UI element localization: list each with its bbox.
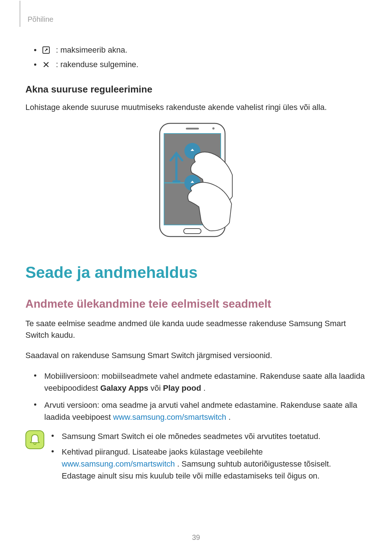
header-rule [20, 1, 20, 27]
note-bell-icon [25, 430, 44, 449]
link-smartswitch[interactable]: www.samsung.com/smartswitch [113, 413, 226, 422]
text-run: . [203, 383, 205, 393]
body-paragraph: Te saate eelmise seadme andmed üle kanda… [25, 318, 367, 341]
list-item: Arvuti versioon: oma seadme ja arvuti va… [34, 399, 367, 423]
icon-bullet-text: : rakenduse sulgemine. [56, 60, 138, 69]
maximize-icon [41, 45, 51, 55]
running-head-text: Põhiline [28, 15, 53, 23]
link-smartswitch[interactable]: www.samsung.com/smartswitch [62, 459, 175, 468]
phone-illustration [25, 122, 367, 238]
subsection-heading: Akna suuruse reguleerimine [25, 84, 367, 95]
note-list: Samsung Smart Switch ei ole mõnedes sead… [52, 430, 367, 485]
bullet-dot [34, 49, 36, 51]
body-paragraph: Saadaval on rakenduse Samsung Smart Swit… [25, 350, 367, 361]
body-paragraph: Lohistage akende suuruse muutmiseks rake… [25, 102, 367, 113]
svg-point-3 [212, 127, 215, 130]
list-item: Mobiiliversioon: mobiilseadmete vahel an… [34, 370, 367, 394]
text-run: Samsung Smart Switch ei ole mõnedes sead… [62, 432, 320, 441]
page-number: 39 [0, 533, 392, 542]
subsection-title: Andmete ülekandmine teie eelmiselt seadm… [25, 297, 367, 311]
text-run: Kehtivad piirangud. Lisateabe jaoks küla… [62, 447, 263, 456]
icon-bullet-text: : maksimeerib akna. [56, 45, 127, 55]
bullet-dot [34, 63, 36, 66]
text-bold: Play pood [163, 383, 201, 393]
text-run: või [151, 383, 163, 393]
icon-bullet-list: : maksimeerib akna. : rakenduse sulgemin… [34, 45, 367, 69]
section-title: Seade ja andmehaldus [25, 263, 367, 282]
note-block: Samsung Smart Switch ei ole mõnedes sead… [25, 430, 367, 485]
bulleted-list: Mobiiliversioon: mobiilseadmete vahel an… [34, 370, 367, 423]
text-run: . [228, 413, 230, 422]
page: Põhiline : maksimeerib akna. : [0, 0, 392, 554]
text-bold: Galaxy Apps [100, 383, 148, 393]
running-head: Põhiline [28, 15, 367, 24]
list-item: : rakenduse sulgemine. [34, 60, 367, 69]
list-item: Kehtivad piirangud. Lisateabe jaoks küla… [52, 446, 367, 482]
list-item: : maksimeerib akna. [34, 45, 367, 55]
close-icon [41, 60, 51, 69]
svg-rect-2 [186, 128, 199, 130]
list-item: Samsung Smart Switch ei ole mõnedes sead… [52, 430, 367, 442]
